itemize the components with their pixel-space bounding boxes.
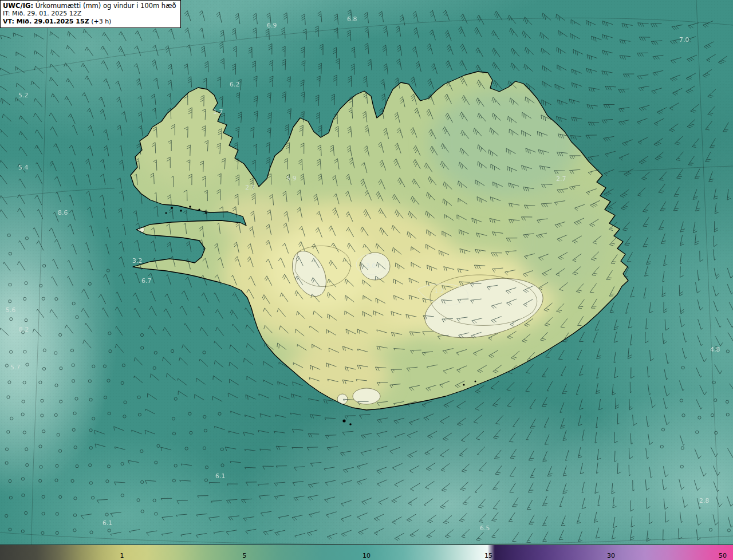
contour-value-label: 7.0 bbox=[679, 36, 689, 44]
contour-value-label: 4.8 bbox=[710, 346, 720, 353]
contour-value-label: 6.1 bbox=[103, 519, 113, 527]
colorbar-tick-5: 5 bbox=[243, 552, 247, 559]
init-time: IT: Mið. 29. 01. 2025 12Z bbox=[3, 10, 176, 18]
contour-value-label: 6.1 bbox=[215, 472, 226, 480]
contour-value-label: 2.7 bbox=[556, 175, 566, 183]
contour-value-label: 8.6 bbox=[58, 209, 68, 216]
colorbar-tick-50: 50 bbox=[719, 552, 727, 559]
colorbar-tick-15: 15 bbox=[484, 552, 492, 559]
graticule-line bbox=[31, 0, 48, 560]
graticule-line bbox=[696, 0, 719, 560]
colorbar-tick-30: 30 bbox=[607, 552, 615, 559]
contour-value-label: 6.8 bbox=[347, 15, 357, 23]
map-title: UWC/IG: Úrkomumætti (mm) og vindur i 100… bbox=[3, 2, 176, 10]
contour-value-label: 1.7 bbox=[213, 108, 223, 116]
contour-value-label: 5.9 bbox=[286, 175, 297, 182]
colorbar: 1510153050 bbox=[0, 545, 733, 560]
contour-value-label: 2.8 bbox=[699, 497, 710, 504]
graticule-line bbox=[0, 533, 733, 545]
contour-value-label: 5.7 bbox=[10, 364, 21, 371]
contour-value-label: 5.2 bbox=[18, 92, 29, 99]
contour-value-label: 6.2 bbox=[230, 81, 240, 88]
graticule-line bbox=[618, 166, 733, 172]
colorbar-tick-10: 10 bbox=[362, 552, 371, 559]
contour-value-label: 6.7 bbox=[141, 277, 152, 285]
glacier-myrdalsjokull bbox=[353, 388, 380, 404]
contour-value-label: 8.2 bbox=[19, 326, 29, 333]
map-svg: 6.96.87.06.25.25.41.72.75.92.78.63.23.06… bbox=[0, 0, 733, 560]
contour-value-label: 5.4 bbox=[18, 164, 29, 171]
contour-value-label: 6.5 bbox=[480, 524, 490, 532]
iceland-land bbox=[0, 0, 733, 560]
contour-value-label: 5.6 bbox=[6, 306, 16, 314]
title-box: UWC/IG: Úrkomumætti (mm) og vindur i 100… bbox=[0, 0, 181, 28]
contour-value-label: 2.7 bbox=[245, 184, 255, 191]
valid-time: VT: Mið. 29.01.2025 15Z (+3 h) bbox=[3, 18, 176, 26]
contour-value-label: 3.2 bbox=[132, 257, 143, 265]
contour-value-label: 1.2 bbox=[434, 287, 444, 295]
contour-value-label: 6.9 bbox=[267, 22, 277, 29]
weather-map-app: 6.96.87.06.25.25.41.72.75.92.78.63.23.06… bbox=[0, 0, 733, 560]
colorbar-tick-1: 1 bbox=[120, 552, 124, 559]
contour-value-label: 3.0 bbox=[366, 262, 376, 270]
